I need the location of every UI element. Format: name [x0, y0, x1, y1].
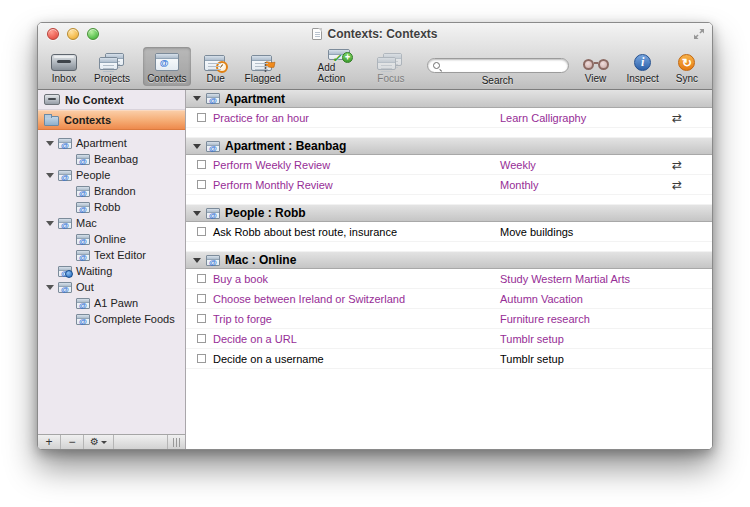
- task-project: Study Western Martial Arts: [500, 273, 630, 285]
- context-icon: @: [76, 186, 90, 197]
- toolbar-view-button[interactable]: View: [578, 47, 614, 86]
- disclosure-triangle-icon[interactable]: [193, 258, 201, 263]
- sidebar-label: Contexts: [64, 114, 111, 126]
- sidebar-label: Online: [94, 233, 126, 245]
- sidebar-label: Brandon: [94, 185, 136, 197]
- task-checkbox[interactable]: [197, 354, 206, 363]
- sidebar-label: Beanbag: [94, 153, 138, 165]
- add-action-icon: ✓+: [328, 49, 350, 60]
- toolbar-projects-button[interactable]: Projects: [90, 47, 134, 86]
- sidebar-label: Out: [76, 281, 94, 293]
- group-header[interactable]: @ Apartment: [186, 90, 712, 108]
- repeat-icon: ⇄: [672, 111, 682, 125]
- group-title: People : Robb: [225, 206, 306, 220]
- sidebar-item-no-context[interactable]: No Context: [38, 90, 185, 110]
- toolbar-add-action-button[interactable]: ✓+ Add Action: [313, 47, 364, 86]
- sidebar-item-text-editor[interactable]: @ Text Editor: [38, 247, 185, 263]
- disclosure-triangle-icon[interactable]: [46, 285, 54, 290]
- toolbar-inspect-button[interactable]: i Inspect: [623, 47, 663, 86]
- toolbar-flagged-button[interactable]: Flagged: [241, 47, 285, 86]
- sidebar-item-robb[interactable]: @ Robb: [38, 199, 185, 215]
- task-title: Ask Robb about best route, insurance: [213, 226, 397, 238]
- remove-context-button[interactable]: −: [61, 435, 84, 449]
- waiting-context-icon: @: [58, 266, 72, 277]
- sidebar-item-online[interactable]: @ Online: [38, 231, 185, 247]
- toolbar-due-button[interactable]: Due: [200, 47, 232, 86]
- task-row[interactable]: Decide on a username Tumblr setup: [186, 349, 712, 369]
- view-glasses-icon: [582, 58, 610, 71]
- context-icon: @: [206, 141, 220, 152]
- task-checkbox[interactable]: [197, 334, 206, 343]
- toolbar-contexts-button[interactable]: @ Contexts: [143, 47, 190, 86]
- task-row[interactable]: Choose between Ireland or Switzerland Au…: [186, 289, 712, 309]
- task-checkbox[interactable]: [197, 113, 206, 122]
- task-checkbox[interactable]: [197, 160, 206, 169]
- disclosure-triangle-icon[interactable]: [46, 173, 54, 178]
- task-project: Autumn Vacation: [500, 293, 583, 305]
- task-checkbox[interactable]: [197, 227, 206, 236]
- task-checkbox[interactable]: [197, 314, 206, 323]
- sidebar-item-apartment[interactable]: @ Apartment: [38, 135, 185, 151]
- fullscreen-icon[interactable]: [693, 28, 705, 40]
- sidebar-item-a1-pawn[interactable]: @ A1 Pawn: [38, 295, 185, 311]
- add-context-button[interactable]: +: [38, 435, 61, 449]
- context-icon: @: [58, 170, 72, 181]
- window-title-group: Contexts: Contexts: [312, 27, 437, 41]
- task-project: Weekly: [500, 159, 536, 171]
- search-input[interactable]: [440, 60, 578, 72]
- search-field[interactable]: [427, 58, 569, 73]
- task-row[interactable]: Ask Robb about best route, insurance Mov…: [186, 222, 712, 242]
- titlebar[interactable]: Contexts: Contexts: [38, 23, 712, 45]
- flagged-icon: [251, 55, 272, 71]
- toolbar-focus-button[interactable]: Focus: [373, 47, 408, 86]
- context-icon: @: [76, 154, 90, 165]
- toolbar-inbox-button[interactable]: Inbox: [47, 47, 81, 86]
- group-header[interactable]: @ People : Robb: [186, 204, 712, 222]
- sidebar-item-complete-foods[interactable]: @ Complete Foods: [38, 311, 185, 327]
- task-row[interactable]: Buy a book Study Western Martial Arts: [186, 269, 712, 289]
- sidebar-label: Complete Foods: [94, 313, 175, 325]
- zoom-button[interactable]: [87, 28, 99, 40]
- toolbar-search-group: Search: [427, 47, 569, 86]
- task-checkbox[interactable]: [197, 180, 206, 189]
- close-button[interactable]: [47, 28, 59, 40]
- task-checkbox[interactable]: [197, 294, 206, 303]
- sidebar-item-brandon[interactable]: @ Brandon: [38, 183, 185, 199]
- action-gear-button[interactable]: ⚙: [84, 435, 114, 449]
- sidebar-item-waiting[interactable]: @ Waiting: [38, 263, 185, 279]
- disclosure-triangle-icon[interactable]: [193, 211, 201, 216]
- task-row[interactable]: Trip to forge Furniture research: [186, 309, 712, 329]
- disclosure-triangle-icon[interactable]: [193, 96, 201, 101]
- disclosure-triangle-icon[interactable]: [46, 141, 54, 146]
- task-project: Tumblr setup: [500, 353, 564, 365]
- search-icon: [433, 62, 440, 69]
- contexts-icon: @: [155, 53, 179, 71]
- toolbar-sync-button[interactable]: ↻ Sync: [672, 47, 702, 86]
- context-icon: @: [206, 93, 220, 104]
- app-window: Contexts: Contexts Inbox Projects @: [37, 22, 713, 450]
- task-project: Monthly: [500, 179, 539, 191]
- sidebar-item-out[interactable]: @ Out: [38, 279, 185, 295]
- group-header[interactable]: @ Apartment : Beanbag: [186, 137, 712, 155]
- task-row[interactable]: Decide on a URL Tumblr setup: [186, 329, 712, 349]
- disclosure-triangle-icon[interactable]: [46, 221, 54, 226]
- sidebar-item-mac[interactable]: @ Mac: [38, 215, 185, 231]
- sidebar-label: Apartment: [76, 137, 127, 149]
- inbox-icon: [51, 54, 77, 71]
- task-row[interactable]: Perform Weekly Review Weekly ⇄: [186, 155, 712, 175]
- task-title: Choose between Ireland or Switzerland: [213, 293, 405, 305]
- toolbar-contexts-label: Contexts: [147, 73, 186, 84]
- sidebar-resize-handle[interactable]: [167, 435, 185, 449]
- context-icon: @: [58, 138, 72, 149]
- sidebar-item-people[interactable]: @ People: [38, 167, 185, 183]
- minimize-button[interactable]: [67, 28, 79, 40]
- task-checkbox[interactable]: [197, 274, 206, 283]
- task-row[interactable]: Practice for an hour Learn Calligraphy ⇄: [186, 108, 712, 128]
- task-project: Tumblr setup: [500, 333, 564, 345]
- sidebar-item-contexts[interactable]: Contexts: [38, 110, 185, 130]
- task-row[interactable]: Perform Monthly Review Monthly ⇄: [186, 175, 712, 195]
- sidebar-item-beanbag[interactable]: @ Beanbag: [38, 151, 185, 167]
- disclosure-triangle-icon[interactable]: [193, 144, 201, 149]
- context-icon: @: [206, 208, 220, 219]
- group-header[interactable]: @ Mac : Online: [186, 251, 712, 269]
